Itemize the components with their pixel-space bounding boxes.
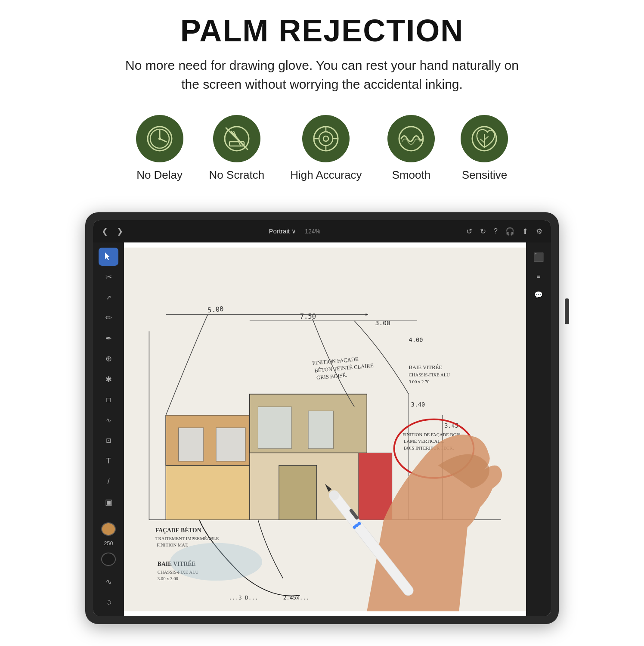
- page-wrapper: PALM REJECTION No more need for drawing …: [0, 0, 644, 646]
- header-section: PALM REJECTION No more need for drawing …: [0, 0, 644, 102]
- svg-text:3.45: 3.45: [444, 422, 458, 429]
- text-tool[interactable]: T: [99, 452, 118, 470]
- no-scratch-label: No Scratch: [209, 168, 265, 182]
- image-tool[interactable]: ▣: [99, 493, 118, 511]
- opacity-value: 250: [104, 540, 113, 547]
- svg-text:CHASSIS-FIXE ALU: CHASSIS-FIXE ALU: [409, 372, 450, 377]
- svg-rect-35: [279, 466, 317, 520]
- drawing-area: ✂ ↗ ✏ ✒ ⊕ ✱ ◻ ∿ ⊡ T / ▣ 250: [93, 242, 551, 616]
- tablet-screen: ❮ ❯ Portrait ∨ 124% ↺ ↻ ? 🎧 ⬆ ⚙: [93, 220, 551, 616]
- no-scratch-icon: [222, 124, 252, 154]
- no-scratch-icon-circle: [213, 115, 260, 162]
- high-accuracy-icon-circle: [302, 115, 350, 162]
- app-portrait-label: Portrait ∨: [269, 227, 297, 235]
- help-icon[interactable]: ?: [494, 227, 498, 236]
- star-tool[interactable]: ✱: [99, 370, 118, 388]
- clock-icon: [145, 124, 175, 154]
- svg-line-21: [480, 139, 484, 143]
- sensitive-label: Sensitive: [462, 168, 508, 182]
- back-button[interactable]: ❮: [102, 227, 108, 236]
- svg-point-11: [319, 132, 333, 146]
- wave-tool[interactable]: ∿: [99, 573, 118, 591]
- line-tool[interactable]: /: [99, 473, 118, 491]
- eraser-tool[interactable]: ◻: [99, 391, 118, 409]
- forward-button[interactable]: ❯: [117, 227, 123, 236]
- tablet-side-button: [565, 298, 569, 324]
- feature-sensitive: Sensitive: [461, 115, 508, 182]
- features-row: No Delay No Scratch: [0, 102, 644, 190]
- svg-point-4: [158, 137, 161, 140]
- sensitive-icon-circle: [461, 115, 508, 162]
- svg-marker-22: [105, 252, 110, 260]
- smooth-label: Smooth: [392, 168, 431, 182]
- svg-text:LAMÉ VERTICALE.: LAMÉ VERTICALE.: [404, 438, 444, 444]
- redo-icon[interactable]: ↻: [480, 227, 486, 236]
- svg-rect-33: [258, 407, 291, 448]
- crosshair-icon: [311, 124, 341, 154]
- clone-tool[interactable]: ⊡: [99, 432, 118, 450]
- zoom-level: 124%: [305, 228, 320, 235]
- svg-rect-30: [359, 453, 392, 520]
- lasso-tool[interactable]: ✂: [99, 268, 118, 286]
- comments-icon[interactable]: 💬: [531, 287, 546, 302]
- pen-tool[interactable]: ✒: [99, 329, 118, 348]
- feature-high-accuracy: High Accuracy: [290, 115, 362, 182]
- subtitle: No more need for drawing glove. You can …: [64, 56, 580, 93]
- topbar-center: Portrait ∨ 124%: [269, 227, 320, 235]
- svg-point-12: [323, 136, 328, 141]
- svg-text:FAÇADE BÉTON: FAÇADE BÉTON: [155, 527, 201, 534]
- undo-icon[interactable]: ↺: [466, 227, 472, 236]
- extra-tool[interactable]: ⬡: [99, 593, 118, 611]
- svg-text:5.00: 5.00: [207, 305, 224, 314]
- feature-no-scratch: No Scratch: [209, 115, 265, 182]
- move-tool[interactable]: ↗: [99, 289, 118, 307]
- color-swatch-brown[interactable]: [101, 522, 116, 536]
- svg-line-20: [484, 137, 488, 140]
- svg-text:FINITION MAT.: FINITION MAT.: [157, 542, 188, 547]
- svg-text:...3 D...: ...3 D...: [229, 594, 258, 601]
- no-delay-label: No Delay: [136, 168, 183, 182]
- right-toolbar: ⬛ ≡ 💬: [526, 242, 551, 616]
- select-tool[interactable]: [99, 248, 118, 266]
- high-accuracy-label: High Accuracy: [290, 168, 362, 182]
- feature-smooth: Smooth: [387, 115, 435, 182]
- feature-no-delay: No Delay: [136, 115, 183, 182]
- canvas-area: 5.00 7.50 3.00 4.00 3.40 3.45: [124, 242, 526, 616]
- headphones-icon[interactable]: 🎧: [505, 227, 514, 236]
- adjustments-icon[interactable]: ≡: [533, 269, 544, 284]
- leaf-icon: [469, 124, 499, 154]
- svg-text:3.00 x 3.00: 3.00 x 3.00: [158, 576, 178, 581]
- share-icon[interactable]: ⬆: [522, 227, 528, 236]
- layers-icon[interactable]: ⬛: [530, 248, 548, 266]
- svg-text:FINITION DE FAÇADE BOIS: FINITION DE FAÇADE BOIS: [402, 432, 461, 437]
- left-toolbar: ✂ ↗ ✏ ✒ ⊕ ✱ ◻ ∿ ⊡ T / ▣ 250: [93, 242, 124, 616]
- color-swatch-black[interactable]: [101, 553, 116, 566]
- svg-point-65: [170, 543, 262, 581]
- svg-text:3.00: 3.00: [375, 319, 390, 326]
- svg-text:3.40: 3.40: [411, 401, 425, 408]
- tablet-device: ❮ ❯ Portrait ∨ 124% ↺ ↻ ? 🎧 ⬆ ⚙: [85, 212, 559, 624]
- brush-tool[interactable]: ✏: [99, 309, 118, 327]
- svg-rect-34: [308, 411, 333, 449]
- architectural-drawing: 5.00 7.50 3.00 4.00 3.40 3.45: [124, 242, 526, 616]
- svg-text:BAIE VITRÉE: BAIE VITRÉE: [409, 364, 443, 370]
- app-topbar: ❮ ❯ Portrait ∨ 124% ↺ ↻ ? 🎧 ⬆ ⚙: [93, 220, 551, 242]
- tablet-section: ❮ ❯ Portrait ∨ 124% ↺ ↻ ? 🎧 ⬆ ⚙: [0, 190, 644, 646]
- add-tool[interactable]: ⊕: [99, 350, 118, 368]
- svg-rect-31: [178, 428, 203, 461]
- topbar-left: ❮ ❯: [102, 227, 123, 236]
- topbar-right: ↺ ↻ ? 🎧 ⬆ ⚙: [466, 227, 542, 236]
- svg-text:4.00: 4.00: [409, 336, 423, 343]
- svg-text:3.00 x 2.70: 3.00 x 2.70: [409, 379, 430, 384]
- smooth-icon-circle: [387, 115, 435, 162]
- settings-icon[interactable]: ⚙: [536, 227, 542, 236]
- svg-text:7.50: 7.50: [300, 313, 316, 320]
- svg-rect-32: [216, 428, 245, 461]
- wave-icon: [396, 124, 426, 154]
- smudge-tool[interactable]: ∿: [99, 411, 118, 429]
- main-title: PALM REJECTION: [26, 13, 618, 48]
- no-delay-icon-circle: [136, 115, 183, 162]
